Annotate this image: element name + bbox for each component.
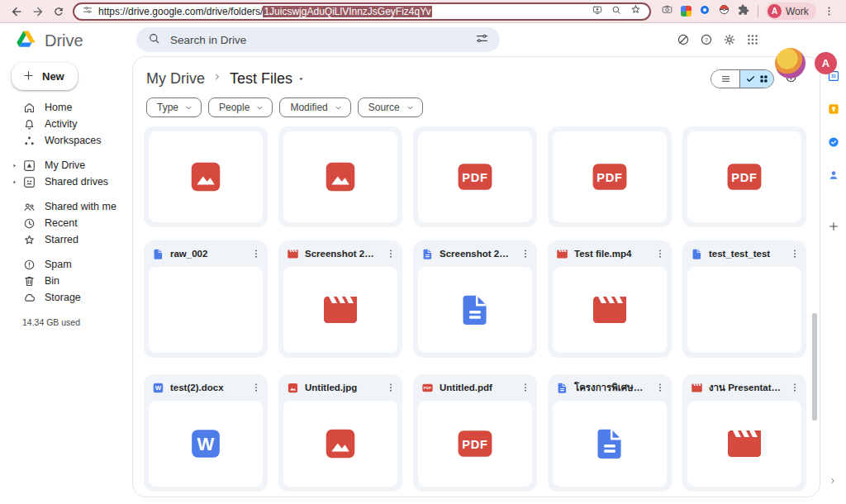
expand-caret-icon[interactable] (11, 162, 18, 169)
pokeball-extension-icon[interactable] (718, 3, 730, 19)
search-input[interactable]: Search in Drive (136, 27, 500, 52)
word-file-icon: W (152, 382, 164, 394)
file-card[interactable]: Screenshot 2023-11-0... (413, 240, 537, 358)
extensions-puzzle-icon[interactable] (738, 4, 749, 19)
bookmark-star-icon[interactable] (630, 3, 642, 19)
file-menu-icon[interactable] (383, 246, 398, 261)
pdf-thumbnail-icon: PDF (454, 156, 496, 197)
drive-logo[interactable]: Drive (15, 28, 83, 54)
filter-chip-source[interactable]: Source (358, 97, 423, 117)
grid-view-button[interactable] (740, 70, 773, 88)
file-card[interactable]: PDFUntitled.pdfPDF (413, 374, 537, 492)
svg-text:?: ? (705, 37, 708, 44)
file-thumbnail: W (149, 401, 263, 487)
file-menu-icon[interactable] (249, 246, 264, 261)
reload-icon[interactable] (53, 6, 64, 17)
filter-chip-type[interactable]: Type (146, 97, 202, 117)
account-avatar[interactable]: A (815, 52, 837, 74)
video-file-icon (287, 248, 299, 260)
view-toggle (711, 69, 774, 88)
sidebar-item-spam[interactable]: Spam (0, 256, 132, 273)
expand-caret-icon[interactable] (11, 178, 18, 186)
file-thumbnail (283, 267, 397, 353)
file-card[interactable] (144, 126, 268, 227)
breadcrumb-separator-icon (212, 71, 223, 86)
sidebar-item-my-drive[interactable]: My Drive (0, 157, 132, 174)
sidebar-item-shared-drives[interactable]: Shared drives (0, 174, 132, 190)
file-card[interactable]: test_test_test (682, 240, 806, 358)
file-card[interactable]: Wtest(2).docxW (144, 374, 268, 492)
back-icon[interactable] (10, 5, 23, 18)
file-menu-icon[interactable] (653, 380, 668, 395)
sidebar-nav: HomeActivityWorkspacesMy DriveShared dri… (0, 99, 132, 327)
file-name: test_test_test (709, 249, 782, 259)
contacts-app-icon[interactable] (827, 169, 840, 185)
browser-profile[interactable]: A Work (766, 2, 816, 20)
file-thumbnail (687, 267, 801, 353)
forward-icon[interactable] (31, 5, 45, 18)
file-menu-icon[interactable] (787, 246, 802, 261)
file-card[interactable]: PDF (682, 126, 806, 227)
file-card[interactable]: Test file.mp4 (548, 240, 672, 358)
search-options-icon[interactable] (475, 31, 489, 49)
help-icon[interactable]: ? (699, 32, 714, 50)
collapse-panel-chevron-icon[interactable] (828, 476, 838, 486)
apps-grid-icon[interactable] (745, 32, 760, 50)
sidebar-item-storage[interactable]: Storage (0, 289, 132, 306)
pdf-file-icon: PDF (421, 382, 434, 394)
file-menu-icon[interactable] (518, 380, 533, 395)
filter-chip-label: Type (157, 102, 178, 113)
sidebar-item-workspaces[interactable]: Workspaces (0, 132, 132, 149)
scrollbar-thumb[interactable] (812, 313, 817, 421)
file-card[interactable]: raw_002 (144, 240, 268, 358)
sidebar-item-home[interactable]: Home (0, 99, 132, 116)
address-bar[interactable]: https://drive.google.com/drive/folders/1… (73, 2, 651, 21)
sidebar-item-label: Workspaces (45, 135, 102, 146)
side-panel-rail: 31 (821, 56, 846, 497)
file-menu-icon[interactable] (518, 246, 533, 261)
svg-text:W: W (155, 384, 162, 392)
site-settings-icon[interactable] (82, 4, 93, 19)
file-card[interactable]: PDF (413, 126, 537, 227)
filter-chip-people[interactable]: People (208, 97, 273, 117)
file-card[interactable] (278, 126, 402, 227)
sidebar-item-recent[interactable]: Recent (0, 215, 132, 231)
sidebar-item-starred[interactable]: Starred (0, 231, 132, 248)
list-view-button[interactable] (711, 70, 740, 88)
file-card[interactable]: PDF (548, 126, 672, 227)
tasks-app-icon[interactable] (827, 136, 840, 152)
file-menu-icon[interactable] (653, 246, 668, 261)
file-menu-icon[interactable] (383, 380, 398, 395)
file-menu-icon[interactable] (249, 380, 264, 395)
sidebar-item-activity[interactable]: Activity (0, 116, 132, 132)
install-app-icon[interactable] (592, 4, 603, 19)
file-card[interactable]: Untitled.jpg (278, 374, 402, 492)
breadcrumb-current[interactable]: Test Files (230, 70, 306, 88)
browser-menu-icon[interactable] (823, 5, 835, 17)
svg-text:PDF: PDF (596, 171, 623, 184)
add-app-icon[interactable] (827, 220, 840, 233)
account-avatar-art[interactable] (775, 48, 806, 78)
photos-extension-icon[interactable] (681, 6, 692, 17)
camera-extension-icon[interactable] (661, 3, 673, 19)
blue-circle-extension-icon[interactable] (699, 4, 711, 19)
search-placeholder: Search in Drive (170, 34, 466, 46)
filter-chip-modified[interactable]: Modified (279, 97, 350, 117)
new-button[interactable]: New (12, 63, 78, 90)
settings-gear-icon[interactable] (722, 32, 737, 50)
file-menu-icon[interactable] (787, 380, 802, 395)
file-card[interactable]: Screenshot 2023-11-0... (278, 240, 402, 358)
file-card[interactable]: โครงการพิเศษ_อันเก่า.txt (548, 374, 672, 492)
sidebar-item-label: Shared drives (45, 176, 108, 188)
offline-status-icon[interactable] (676, 32, 691, 50)
sidebar-item-shared-with-me[interactable]: Shared with me (0, 198, 132, 215)
sidebar-item-bin[interactable]: Bin (0, 273, 132, 289)
keep-app-icon[interactable] (827, 102, 840, 119)
zoom-icon[interactable] (611, 4, 622, 19)
breadcrumb-parent[interactable]: My Drive (146, 70, 205, 88)
image-thumbnail-icon (187, 158, 225, 196)
chevron-down-icon (405, 102, 416, 113)
file-card[interactable]: งาน Presentation.mp4 (682, 374, 806, 492)
bell-icon (22, 117, 36, 131)
workspaces-icon (22, 134, 36, 148)
